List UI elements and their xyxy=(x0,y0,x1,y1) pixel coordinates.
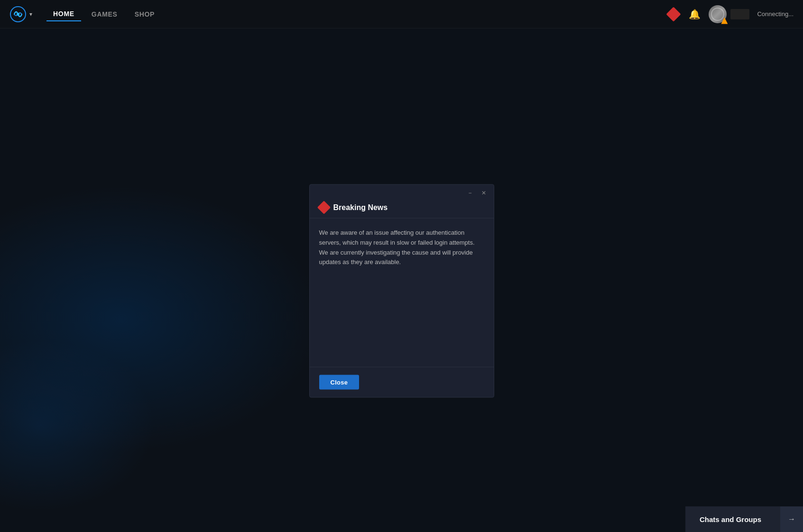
nav-shop[interactable]: SHOP xyxy=(128,8,161,21)
modal-body: We are aware of an issue affecting our a… xyxy=(310,219,494,367)
alert-diamond-icon[interactable] xyxy=(667,8,680,21)
logo-icon xyxy=(9,6,27,23)
diamond-shape xyxy=(666,7,681,21)
modal-minimize-button[interactable]: − xyxy=(466,189,473,197)
chats-expand-button[interactable]: → xyxy=(780,506,803,532)
modal-titlebar: − ✕ xyxy=(310,185,494,201)
svg-point-1 xyxy=(17,13,19,16)
notification-bell-icon[interactable]: 🔔 xyxy=(688,8,701,21)
avatar-wrapper xyxy=(709,5,727,23)
logo-dropdown-arrow[interactable]: ▾ xyxy=(29,11,32,18)
close-modal-button[interactable]: Close xyxy=(319,375,360,390)
nav-right: 🔔 Connecting... xyxy=(667,5,794,23)
connection-status: Connecting... xyxy=(757,10,794,18)
user-avatar-area[interactable] xyxy=(709,5,749,23)
main-content: − ✕ Breaking News We are aware of an iss… xyxy=(0,28,803,532)
nav-games[interactable]: GAMES xyxy=(85,8,124,21)
modal-body-text: We are aware of an issue affecting our a… xyxy=(319,228,484,267)
modal-header: Breaking News xyxy=(310,201,494,219)
modal-title: Breaking News xyxy=(333,203,388,212)
username-block xyxy=(730,9,749,19)
nav-links: HOME GAMES SHOP xyxy=(46,7,667,21)
modal-overlay: − ✕ Breaking News We are aware of an iss… xyxy=(0,28,803,532)
nav-home[interactable]: HOME xyxy=(46,7,81,21)
chats-panel: Chats and Groups → xyxy=(685,506,803,532)
logo-area[interactable]: ▾ xyxy=(9,6,32,23)
chats-and-groups-button[interactable]: Chats and Groups xyxy=(685,506,780,532)
modal-close-button[interactable]: ✕ xyxy=(480,189,488,197)
breaking-news-modal: − ✕ Breaking News We are aware of an iss… xyxy=(309,184,494,398)
modal-footer: Close xyxy=(310,367,494,397)
navbar: ▾ HOME GAMES SHOP 🔔 Connecting... xyxy=(0,0,803,28)
modal-alert-diamond-icon xyxy=(317,201,330,214)
